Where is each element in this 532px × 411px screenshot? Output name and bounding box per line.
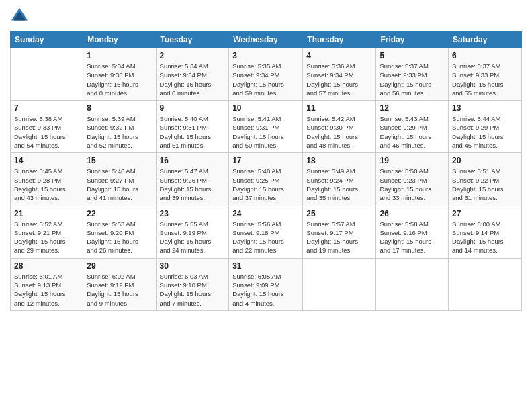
day-info: Sunrise: 5:39 AM Sunset: 9:32 PM Dayligh… [87,114,152,150]
day-info: Sunrise: 5:49 AM Sunset: 9:24 PM Dayligh… [306,167,372,202]
day-number: 7 [14,103,79,113]
day-info: Sunrise: 5:58 AM Sunset: 9:16 PM Dayligh… [380,220,445,255]
day-info: Sunrise: 5:45 AM Sunset: 9:28 PM Dayligh… [14,167,79,202]
day-info: Sunrise: 5:44 AM Sunset: 9:29 PM Dayligh… [452,114,518,150]
day-info: Sunrise: 5:43 AM Sunset: 9:29 PM Dayligh… [380,114,445,150]
day-number: 19 [380,156,445,165]
day-info: Sunrise: 5:34 AM Sunset: 9:34 PM Dayligh… [160,62,226,97]
calendar-week-row: 1Sunrise: 5:34 AM Sunset: 9:35 PM Daylig… [11,48,522,101]
logo [10,7,32,26]
weekday-header-monday: Monday [83,32,156,48]
day-info: Sunrise: 5:42 AM Sunset: 9:30 PM Dayligh… [306,114,372,150]
calendar-cell: 30Sunrise: 6:03 AM Sunset: 9:10 PM Dayli… [156,258,229,310]
calendar-cell: 22Sunrise: 5:53 AM Sunset: 9:20 PM Dayli… [83,205,156,258]
weekday-header-row: SundayMondayTuesdayWednesdayThursdayFrid… [11,32,522,48]
calendar-cell: 29Sunrise: 6:02 AM Sunset: 9:12 PM Dayli… [83,258,156,310]
day-number: 13 [452,103,518,113]
weekday-header-thursday: Thursday [303,32,376,48]
day-info: Sunrise: 5:55 AM Sunset: 9:19 PM Dayligh… [160,220,226,255]
calendar-cell: 10Sunrise: 5:41 AM Sunset: 9:31 PM Dayli… [229,101,303,153]
day-info: Sunrise: 5:48 AM Sunset: 9:25 PM Dayligh… [232,167,299,202]
calendar-cell: 31Sunrise: 6:05 AM Sunset: 9:09 PM Dayli… [229,258,303,310]
day-number: 3 [232,51,299,60]
day-number: 10 [232,103,299,113]
calendar-table: SundayMondayTuesdayWednesdayThursdayFrid… [10,31,522,311]
day-number: 2 [160,51,226,60]
day-info: Sunrise: 5:35 AM Sunset: 9:34 PM Dayligh… [232,62,299,97]
day-number: 14 [14,156,79,165]
day-number: 25 [306,209,372,218]
day-info: Sunrise: 6:02 AM Sunset: 9:12 PM Dayligh… [87,272,152,308]
calendar-cell: 6Sunrise: 5:37 AM Sunset: 9:33 PM Daylig… [449,48,522,101]
day-info: Sunrise: 5:34 AM Sunset: 9:35 PM Dayligh… [87,62,152,97]
day-info: Sunrise: 5:41 AM Sunset: 9:31 PM Dayligh… [232,114,299,150]
calendar-cell: 2Sunrise: 5:34 AM Sunset: 9:34 PM Daylig… [156,48,229,101]
weekday-header-saturday: Saturday [449,32,522,48]
day-number: 11 [306,103,372,113]
calendar-cell: 3Sunrise: 5:35 AM Sunset: 9:34 PM Daylig… [229,48,303,101]
day-number: 26 [380,209,445,218]
day-info: Sunrise: 5:46 AM Sunset: 9:27 PM Dayligh… [87,167,152,202]
day-number: 1 [87,51,152,60]
day-number: 29 [87,261,152,271]
calendar-cell: 20Sunrise: 5:51 AM Sunset: 9:22 PM Dayli… [449,153,522,205]
calendar-cell: 15Sunrise: 5:46 AM Sunset: 9:27 PM Dayli… [83,153,156,205]
calendar-cell: 14Sunrise: 5:45 AM Sunset: 9:28 PM Dayli… [11,153,83,205]
day-info: Sunrise: 6:05 AM Sunset: 9:09 PM Dayligh… [232,272,299,308]
calendar-week-row: 7Sunrise: 5:38 AM Sunset: 9:33 PM Daylig… [11,101,522,153]
weekday-header-tuesday: Tuesday [156,32,229,48]
calendar-cell [449,258,522,310]
day-info: Sunrise: 6:03 AM Sunset: 9:10 PM Dayligh… [160,272,226,308]
logo-icon [10,7,29,26]
day-number: 22 [87,209,152,218]
day-number: 31 [232,261,299,271]
day-number: 21 [14,209,79,218]
header [10,7,522,26]
day-number: 8 [87,103,152,113]
day-info: Sunrise: 6:01 AM Sunset: 9:13 PM Dayligh… [14,272,79,308]
day-number: 24 [232,209,299,218]
day-info: Sunrise: 6:00 AM Sunset: 9:14 PM Dayligh… [452,220,518,255]
calendar-cell: 26Sunrise: 5:58 AM Sunset: 9:16 PM Dayli… [376,205,449,258]
day-info: Sunrise: 5:57 AM Sunset: 9:17 PM Dayligh… [306,220,372,255]
day-info: Sunrise: 5:40 AM Sunset: 9:31 PM Dayligh… [160,114,226,150]
calendar-cell: 27Sunrise: 6:00 AM Sunset: 9:14 PM Dayli… [449,205,522,258]
weekday-header-wednesday: Wednesday [229,32,303,48]
calendar-cell: 23Sunrise: 5:55 AM Sunset: 9:19 PM Dayli… [156,205,229,258]
day-info: Sunrise: 5:38 AM Sunset: 9:33 PM Dayligh… [14,114,79,150]
day-number: 28 [14,261,79,271]
calendar-cell: 13Sunrise: 5:44 AM Sunset: 9:29 PM Dayli… [449,101,522,153]
day-number: 30 [160,261,226,271]
calendar-cell [376,258,449,310]
weekday-header-sunday: Sunday [11,32,83,48]
day-number: 16 [160,156,226,165]
calendar-cell: 24Sunrise: 5:56 AM Sunset: 9:18 PM Dayli… [229,205,303,258]
day-info: Sunrise: 5:56 AM Sunset: 9:18 PM Dayligh… [232,220,299,255]
day-number: 15 [87,156,152,165]
calendar-week-row: 28Sunrise: 6:01 AM Sunset: 9:13 PM Dayli… [11,258,522,310]
day-info: Sunrise: 5:51 AM Sunset: 9:22 PM Dayligh… [452,167,518,202]
day-info: Sunrise: 5:37 AM Sunset: 9:33 PM Dayligh… [452,62,518,97]
calendar-cell: 4Sunrise: 5:36 AM Sunset: 9:34 PM Daylig… [303,48,376,101]
day-number: 9 [160,103,226,113]
day-info: Sunrise: 5:52 AM Sunset: 9:21 PM Dayligh… [14,220,79,255]
calendar-cell: 21Sunrise: 5:52 AM Sunset: 9:21 PM Dayli… [11,205,83,258]
calendar-cell: 1Sunrise: 5:34 AM Sunset: 9:35 PM Daylig… [83,48,156,101]
weekday-header-friday: Friday [376,32,449,48]
calendar-cell: 19Sunrise: 5:50 AM Sunset: 9:23 PM Dayli… [376,153,449,205]
calendar-cell [11,48,83,101]
day-info: Sunrise: 5:37 AM Sunset: 9:33 PM Dayligh… [380,62,445,97]
day-info: Sunrise: 5:36 AM Sunset: 9:34 PM Dayligh… [306,62,372,97]
calendar-cell: 25Sunrise: 5:57 AM Sunset: 9:17 PM Dayli… [303,205,376,258]
calendar-cell: 28Sunrise: 6:01 AM Sunset: 9:13 PM Dayli… [11,258,83,310]
day-info: Sunrise: 5:47 AM Sunset: 9:26 PM Dayligh… [160,167,226,202]
calendar-cell [303,258,376,310]
calendar-cell: 7Sunrise: 5:38 AM Sunset: 9:33 PM Daylig… [11,101,83,153]
day-number: 20 [452,156,518,165]
day-number: 6 [452,51,518,60]
page: SundayMondayTuesdayWednesdayThursdayFrid… [0,0,532,411]
calendar-cell: 12Sunrise: 5:43 AM Sunset: 9:29 PM Dayli… [376,101,449,153]
calendar-cell: 18Sunrise: 5:49 AM Sunset: 9:24 PM Dayli… [303,153,376,205]
calendar-week-row: 14Sunrise: 5:45 AM Sunset: 9:28 PM Dayli… [11,153,522,205]
calendar-cell: 16Sunrise: 5:47 AM Sunset: 9:26 PM Dayli… [156,153,229,205]
